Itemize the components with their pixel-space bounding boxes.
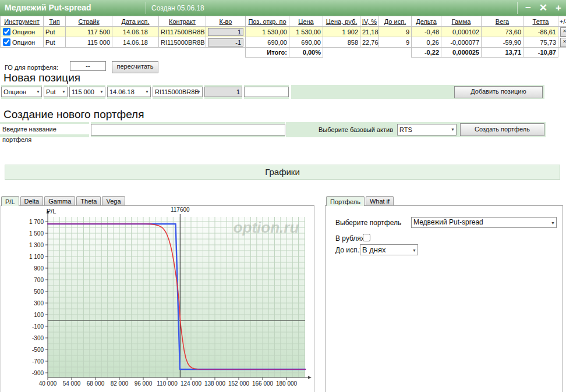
svg-text:117600: 117600 xyxy=(171,206,190,213)
svg-text:138 000: 138 000 xyxy=(204,380,226,387)
chart-tabs: P/L Delta Gamma Theta Vega xyxy=(1,195,126,205)
col-add-remove: +/- xyxy=(558,16,566,27)
svg-text:500: 500 xyxy=(34,288,44,295)
margin-value-input[interactable]: -- xyxy=(70,61,106,71)
col-open-pos[interactable]: Поз. откр. по xyxy=(246,16,289,27)
row-enabled-checkbox[interactable] xyxy=(3,38,10,46)
base-asset-select[interactable]: RTS▼ xyxy=(397,124,457,136)
new-price-input[interactable] xyxy=(244,87,289,97)
instrument-label: Опцион xyxy=(12,28,35,35)
portfolio-select[interactable]: Медвежий Put-spread▼ xyxy=(411,217,557,228)
vega-cell: 73,60 xyxy=(482,27,523,37)
option-type-select[interactable]: Put▼ xyxy=(44,87,68,97)
new-position-row: Опцион▼ Put▼ 115 000▼ 14.06.18▼ RI115000… xyxy=(1,85,289,99)
svg-text:1 100: 1 100 xyxy=(29,254,44,260)
svg-text:152 000: 152 000 xyxy=(228,380,250,387)
svg-text:-700: -700 xyxy=(32,358,44,365)
type-cell: Put xyxy=(44,37,66,48)
close-icon[interactable]: ✕ xyxy=(539,1,547,15)
col-days[interactable]: До исп. xyxy=(379,16,412,27)
col-price[interactable]: Цена xyxy=(289,16,323,27)
delete-position-button[interactable]: ✕ xyxy=(560,38,566,47)
col-strike[interactable]: Страйк xyxy=(66,16,112,27)
contract-select-value: RI115000BR8B xyxy=(155,88,199,95)
col-exp-date[interactable]: Дата исп. xyxy=(112,16,159,27)
portfolio-settings-panel: Выберите портфель Медвежий Put-spread▼ В… xyxy=(325,205,563,392)
totals-price: 0,00% xyxy=(289,48,323,58)
contract-select[interactable]: RI115000BR8B▼ xyxy=(153,87,203,97)
col-iv[interactable]: IV, % xyxy=(360,16,379,27)
table-row: Опцион Put 115 000 14.06.18 RI115000BR8B… xyxy=(1,37,566,48)
create-portfolio-button[interactable]: Создать портфель xyxy=(460,123,544,136)
chevron-down-icon: ▼ xyxy=(62,87,66,97)
col-price-rub[interactable]: Цена, руб. xyxy=(323,16,360,27)
tab-gamma[interactable]: Gamma xyxy=(44,196,75,205)
chevron-down-icon: ▼ xyxy=(551,218,555,227)
col-gamma[interactable]: Гамма xyxy=(441,16,482,27)
qty-input[interactable]: -1 xyxy=(208,38,243,47)
strike-select-value: 115 000 xyxy=(72,88,94,95)
minimize-icon[interactable]: − xyxy=(525,1,531,15)
totals-theta: -10,87 xyxy=(523,48,558,58)
delete-position-button[interactable]: ✕ xyxy=(560,27,566,37)
totals-row: Итого: 0,00% -0,22 0,000025 13,71 -10,87 xyxy=(1,48,566,58)
svg-text:110 000: 110 000 xyxy=(157,380,178,387)
tab-theta[interactable]: Theta xyxy=(76,196,101,205)
rub-checkbox[interactable] xyxy=(363,234,370,241)
iv-cell: 21,18 xyxy=(360,27,379,37)
col-qty[interactable]: К-во xyxy=(206,16,246,27)
rub-label: В рублях: xyxy=(335,234,366,243)
svg-text:-900: -900 xyxy=(32,370,44,376)
chevron-down-icon: ▼ xyxy=(100,87,104,97)
svg-text:1 500: 1 500 xyxy=(29,230,44,237)
col-type[interactable]: Тип xyxy=(44,16,66,27)
exp-date-select[interactable]: 14.06.18▼ xyxy=(107,87,151,97)
new-portfolio-row: Введите название портфеля xyxy=(0,122,285,137)
price-rub-cell: 858 xyxy=(323,37,360,48)
tab-vega[interactable]: Vega xyxy=(102,196,125,205)
new-qty-input[interactable]: 1 xyxy=(204,87,242,97)
days-mode-select-value: В днях xyxy=(362,245,386,254)
recalculate-button[interactable]: пересчитать xyxy=(112,61,158,73)
portfolio-panel-tabs: Портфель What if xyxy=(326,195,395,205)
new-portfolio-heading: Создание нового портфеля xyxy=(3,108,144,121)
svg-text:1 700: 1 700 xyxy=(29,219,44,225)
add-icon[interactable]: + xyxy=(556,1,561,15)
chevron-down-icon: ▼ xyxy=(36,87,40,97)
contract-cell: RI117500BR8B xyxy=(159,27,206,37)
tab-pl[interactable]: P/L xyxy=(1,196,19,206)
portfolio-created-date: Создан 05.06.18 xyxy=(151,4,204,12)
header-divider xyxy=(146,2,146,14)
instrument-select[interactable]: Опцион▼ xyxy=(1,87,42,97)
col-contract[interactable]: Контракт xyxy=(159,16,206,27)
col-theta[interactable]: Тетта xyxy=(523,16,558,27)
svg-text:180 000: 180 000 xyxy=(276,380,298,387)
svg-text:option.ru: option.ru xyxy=(234,219,299,236)
svg-text:82 000: 82 000 xyxy=(111,380,129,387)
instrument-select-value: Опцион xyxy=(3,88,26,95)
tab-delta[interactable]: Delta xyxy=(20,196,44,205)
chevron-down-icon: ▼ xyxy=(451,124,455,135)
col-delta[interactable]: Дельта xyxy=(412,16,441,27)
charts-section-title: Графики xyxy=(5,165,560,180)
portfolio-name-input[interactable] xyxy=(91,124,285,136)
portfolio-select-value: Медвежий Put-spread xyxy=(413,218,483,226)
iv-cell: 22,76 xyxy=(360,37,379,48)
chevron-down-icon: ▼ xyxy=(145,87,149,97)
select-portfolio-label: Выберите портфель xyxy=(335,219,401,227)
row-enabled-checkbox[interactable] xyxy=(3,28,10,35)
date-cell: 14.06.18 xyxy=(112,27,159,37)
strike-select[interactable]: 115 000▼ xyxy=(69,87,105,97)
qty-input[interactable]: 1 xyxy=(208,28,243,36)
theta-cell: -86,61 xyxy=(523,27,558,37)
svg-text:900: 900 xyxy=(34,265,44,272)
svg-text:96 000: 96 000 xyxy=(135,380,153,387)
col-instrument[interactable]: Инструмент xyxy=(1,16,44,27)
days-mode-select[interactable]: В днях▼ xyxy=(360,244,418,255)
tab-what-if[interactable]: What if xyxy=(366,196,394,205)
col-vega[interactable]: Вега xyxy=(482,16,523,27)
days-cell: 9 xyxy=(379,37,412,48)
tab-portfolio[interactable]: Портфель xyxy=(326,196,365,206)
add-position-button[interactable]: Добавить позицию xyxy=(454,86,543,98)
svg-text:68 000: 68 000 xyxy=(87,380,105,387)
